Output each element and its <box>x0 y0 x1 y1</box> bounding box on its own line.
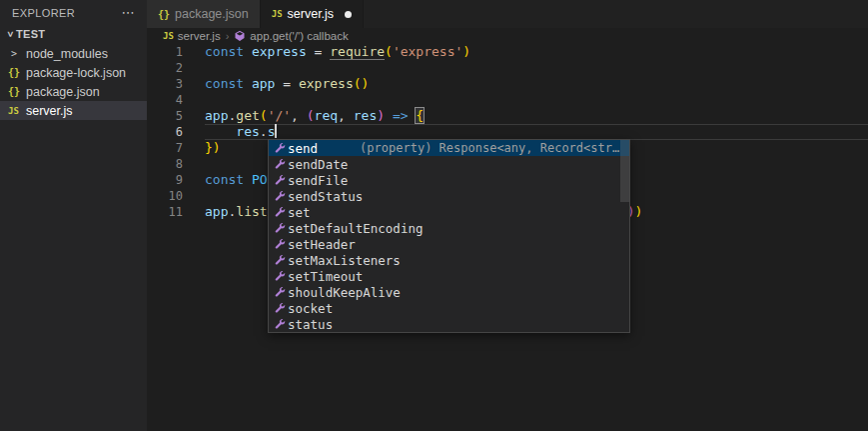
code-line-3[interactable]: 3const app = express() <box>147 76 868 92</box>
line-content: res.s <box>205 124 868 140</box>
line-number: 4 <box>147 92 205 108</box>
property-wrench-icon <box>272 254 288 266</box>
suggestion-item-setHeader[interactable]: setHeader <box>269 236 629 252</box>
json-file-icon: {} <box>158 9 170 20</box>
suggestion-item-setTimeout[interactable]: setTimeout <box>269 268 629 284</box>
suggestion-item-setDefaultEncoding[interactable]: setDefaultEncoding <box>269 220 629 236</box>
line-content: const express = require('express') <box>205 44 868 60</box>
text-cursor <box>275 124 277 138</box>
property-wrench-icon <box>272 190 288 202</box>
suggestion-item-sendDate[interactable]: sendDate <box>269 156 629 172</box>
file-label: package.json <box>26 85 100 99</box>
property-wrench-icon <box>272 270 288 282</box>
suggestion-item-sendStatus[interactable]: sendStatus <box>269 188 629 204</box>
file-label: server.js <box>26 104 73 118</box>
code-line-6[interactable]: 6 res.s <box>147 124 868 140</box>
symbol-method-icon <box>234 30 246 42</box>
file-item-package.json[interactable]: {}package.json <box>0 82 147 101</box>
line-number: 1 <box>147 44 205 60</box>
line-number: 9 <box>147 172 205 188</box>
code-line-2[interactable]: 2 <box>147 60 868 76</box>
suggestion-item-setMaxListeners[interactable]: setMaxListeners <box>269 252 629 268</box>
vscode-window: EXPLORER ⋯ > TEST >node_modules{}package… <box>0 0 868 431</box>
breadcrumb-file-label: server.js <box>178 30 221 42</box>
code-line-4[interactable]: 4 <box>147 92 868 108</box>
file-label: package-lock.json <box>26 66 126 80</box>
suggestion-item-shouldKeepAlive[interactable]: shouldKeepAlive <box>269 284 629 300</box>
line-content: const app = express() <box>205 76 868 92</box>
chevron-right-icon: > <box>8 48 20 59</box>
modified-dot-icon[interactable] <box>345 11 352 18</box>
suggest-scrollbar[interactable] <box>620 140 629 202</box>
line-number: 5 <box>147 108 205 124</box>
line-number: 2 <box>147 60 205 76</box>
suggestion-label: sendDate <box>288 157 348 172</box>
suggestion-label: sendStatus <box>288 189 363 204</box>
suggestion-label: shouldKeepAlive <box>288 285 401 300</box>
suggestion-item-send[interactable]: send(property) Response<any, Record<stri… <box>269 140 629 156</box>
line-content <box>205 60 868 76</box>
breadcrumb-symbol-label: app.get('/') callback <box>250 30 348 42</box>
tab-server.js[interactable]: JSserver.js <box>261 0 364 28</box>
line-number: 8 <box>147 156 205 172</box>
suggestion-item-status[interactable]: status <box>269 316 629 332</box>
js-file-icon: JS <box>8 106 26 116</box>
suggestion-label: socket <box>288 301 333 316</box>
line-content <box>205 92 868 108</box>
line-number: 10 <box>147 188 205 204</box>
line-number: 6 <box>147 124 205 140</box>
suggestion-detail: (property) Response<any, Record<string… <box>360 141 626 155</box>
file-tree: >node_modules{}package-lock.json{}packag… <box>0 44 147 120</box>
explorer-sidebar: EXPLORER ⋯ > TEST >node_modules{}package… <box>0 0 147 431</box>
suggestion-label: setHeader <box>288 237 356 252</box>
json-file-icon: {} <box>8 86 26 97</box>
property-wrench-icon <box>272 142 288 154</box>
tab-package.json[interactable]: {}package.json <box>147 0 261 28</box>
file-item-package-lock.json[interactable]: {}package-lock.json <box>0 63 147 82</box>
breadcrumb-separator-icon: › <box>226 30 230 42</box>
suggestion-label: setTimeout <box>288 269 363 284</box>
suggestion-label: send <box>288 141 318 156</box>
js-file-icon: JS <box>163 31 174 41</box>
section-label: TEST <box>16 28 45 40</box>
property-wrench-icon <box>272 222 288 234</box>
suggestion-item-sendFile[interactable]: sendFile <box>269 172 629 188</box>
editor-group: {}package.jsonJSserver.js JS server.js ›… <box>147 0 868 431</box>
property-wrench-icon <box>272 318 288 330</box>
suggestion-item-socket[interactable]: socket <box>269 300 629 316</box>
js-file-icon: JS <box>272 9 283 19</box>
suggestion-item-set[interactable]: set <box>269 204 629 220</box>
sidebar-section-test[interactable]: > TEST <box>0 24 147 44</box>
tab-bar: {}package.jsonJSserver.js <box>147 0 868 28</box>
code-line-1[interactable]: 1const express = require('express') <box>147 44 868 60</box>
line-content: app.get('/', (req, res) => { <box>205 108 868 124</box>
suggest-widget: send(property) Response<any, Record<stri… <box>268 139 630 333</box>
tab-label: server.js <box>288 7 335 21</box>
line-number: 7 <box>147 140 205 156</box>
explorer-title: EXPLORER <box>12 7 75 19</box>
explorer-header: EXPLORER ⋯ <box>0 0 147 24</box>
line-number: 11 <box>147 204 205 220</box>
json-file-icon: {} <box>8 67 26 78</box>
property-wrench-icon <box>272 206 288 218</box>
property-wrench-icon <box>272 238 288 250</box>
suggestion-label: sendFile <box>288 173 348 188</box>
tab-label: package.json <box>175 7 249 21</box>
file-item-node_modules[interactable]: >node_modules <box>0 44 147 63</box>
property-wrench-icon <box>272 174 288 186</box>
property-wrench-icon <box>272 302 288 314</box>
file-item-server.js[interactable]: JSserver.js <box>0 101 147 120</box>
breadcrumb: JS server.js › app.get('/') callback <box>147 28 868 44</box>
breadcrumb-symbol[interactable]: app.get('/') callback <box>234 30 348 42</box>
suggestion-label: status <box>288 317 333 332</box>
suggestion-label: set <box>288 205 311 220</box>
breadcrumb-file[interactable]: JS server.js <box>163 30 221 42</box>
more-actions-icon[interactable]: ⋯ <box>122 9 135 17</box>
line-number: 3 <box>147 76 205 92</box>
property-wrench-icon <box>272 286 288 298</box>
code-line-5[interactable]: 5app.get('/', (req, res) => { <box>147 108 868 124</box>
property-wrench-icon <box>272 158 288 170</box>
file-label: node_modules <box>26 47 108 61</box>
suggestion-label: setDefaultEncoding <box>288 221 423 236</box>
chevron-down-icon: > <box>5 28 16 40</box>
